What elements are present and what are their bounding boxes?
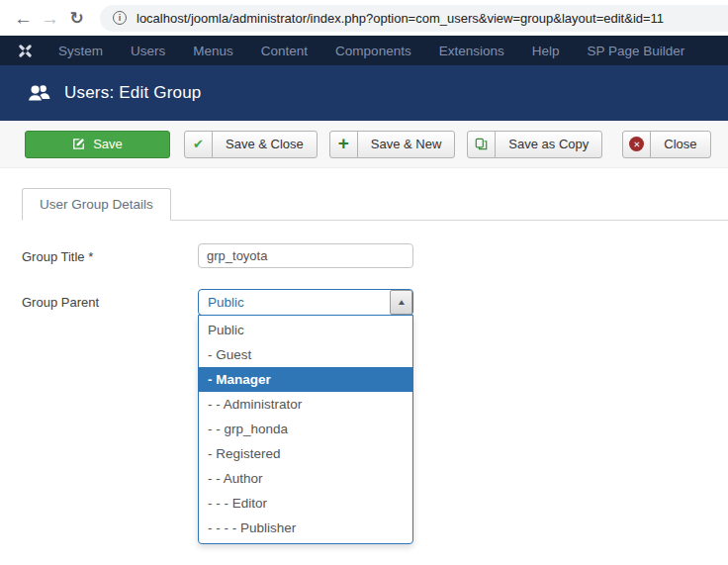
save-button-label: Save (93, 137, 123, 151)
save-as-copy-button-label: Save as Copy (495, 131, 602, 158)
copy-icon (475, 138, 488, 150)
dropdown-option[interactable]: - - Author (199, 466, 412, 491)
dropdown-option[interactable]: - Guest (199, 342, 412, 367)
group-title-row: Group Title * (22, 243, 728, 268)
menubar-item[interactable]: Users (131, 44, 165, 58)
dropdown-option[interactable]: - - - - Publisher (199, 516, 412, 540)
group-parent-label: Group Parent (22, 289, 198, 316)
close-button[interactable]: ✕ Close (622, 131, 710, 158)
edit-group-form: Group Title * Group Parent Public ▲ Publ… (22, 243, 728, 316)
save-close-button-label: Save & Close (212, 131, 318, 158)
page-title: Users: Edit Group (64, 83, 202, 103)
page-info-icon[interactable]: i (113, 11, 127, 25)
browser-toolbar: ← → ↻ i localhost/joomla/administrator/i… (0, 0, 728, 36)
dropdown-option[interactable]: - Manager (199, 367, 412, 392)
chevron-up-icon: ▲ (396, 298, 406, 307)
group-parent-select-wrap: Public ▲ Public- Guest- Manager- - Admin… (198, 289, 413, 316)
dropdown-option[interactable]: - - Administrator (199, 392, 412, 417)
close-circle-icon: ✕ (629, 137, 644, 151)
joomla-logo-icon (17, 43, 34, 59)
tab-bar: User Group Details (22, 188, 728, 221)
group-title-label: Group Title * (22, 243, 198, 268)
users-icon (27, 83, 51, 103)
group-parent-row: Group Parent Public ▲ Public- Guest- Man… (22, 289, 728, 316)
save-new-button-label: Save & New (357, 131, 456, 158)
dropdown-option[interactable]: - - grp_honda (199, 417, 412, 441)
menubar-item[interactable]: System (58, 44, 103, 58)
close-button-label: Close (650, 131, 710, 158)
dropdown-option[interactable]: - - - Editor (199, 491, 412, 516)
address-bar[interactable]: i localhost/joomla/administrator/index.p… (100, 5, 728, 32)
menubar-item[interactable]: Extensions (439, 44, 504, 58)
select-collapse-button[interactable]: ▲ (390, 290, 412, 315)
url-text: localhost/joomla/administrator/index.php… (136, 11, 664, 26)
parent-dropdown-list: Public- Guest- Manager- - Administrator-… (198, 315, 413, 544)
save-icon (72, 138, 85, 150)
dropdown-option[interactable]: - Registered (199, 441, 412, 466)
check-icon: ✔ (193, 137, 204, 151)
save-button[interactable]: Save (25, 131, 170, 158)
browser-forward-icon[interactable]: → (37, 9, 63, 28)
menubar-item[interactable]: Help (532, 44, 560, 58)
menubar-items: SystemUsersMenusContentComponentsExtensi… (58, 44, 712, 58)
menubar-item[interactable]: Components (335, 44, 411, 58)
main-content: User Group Details Group Title * Group P… (0, 168, 728, 316)
dropdown-option[interactable]: Public (199, 318, 412, 342)
menubar-item[interactable]: Content (261, 44, 308, 58)
browser-reload-icon[interactable]: ↻ (63, 10, 90, 27)
menubar-item[interactable]: SP Page Builder (587, 44, 684, 58)
group-parent-selected-value: Public (208, 295, 244, 310)
group-title-input[interactable] (198, 243, 413, 268)
save-new-button[interactable]: + Save & New (329, 131, 456, 158)
admin-menubar: SystemUsersMenusContentComponentsExtensi… (0, 36, 728, 65)
menubar-item[interactable]: Menus (193, 44, 233, 58)
browser-back-icon[interactable]: ← (10, 9, 37, 28)
save-close-button[interactable]: ✔ Save & Close (184, 131, 318, 158)
page-header: Users: Edit Group (0, 65, 728, 121)
toolbar: Save ✔ Save & Close + Save & New Save as… (0, 121, 728, 168)
tab-user-group-details[interactable]: User Group Details (22, 188, 171, 221)
group-parent-select[interactable]: Public (198, 289, 413, 316)
save-as-copy-button[interactable]: Save as Copy (467, 131, 602, 158)
